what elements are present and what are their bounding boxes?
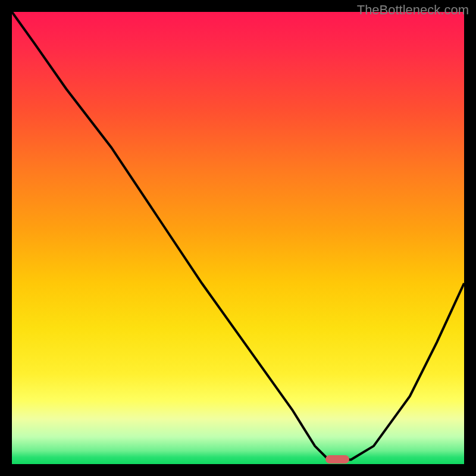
plot-area bbox=[12, 12, 464, 464]
watermark-text: TheBottleneck.com bbox=[357, 2, 469, 18]
chart-container: TheBottleneck.com bbox=[0, 0, 476, 476]
bottleneck-curve bbox=[12, 12, 464, 464]
optimal-marker bbox=[325, 455, 349, 464]
curve-path bbox=[12, 12, 464, 459]
